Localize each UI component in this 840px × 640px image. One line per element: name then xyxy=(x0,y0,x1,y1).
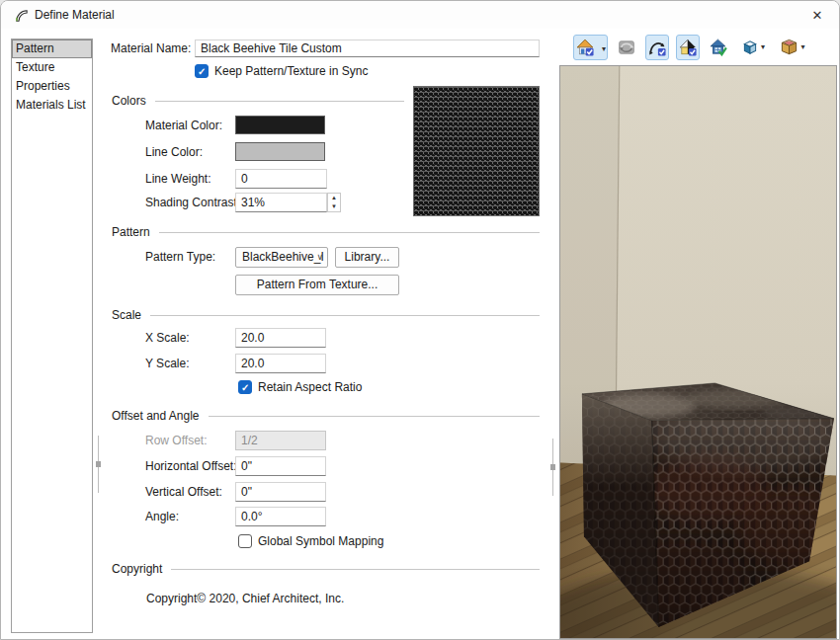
colors-group-header: Colors xyxy=(112,94,404,108)
chevron-down-icon: ∨ xyxy=(316,248,323,267)
line-color-swatch[interactable] xyxy=(235,142,325,161)
retain-aspect-label: Retain Aspect Ratio xyxy=(258,377,362,397)
vertical-offset-label: Vertical Offset: xyxy=(145,482,222,502)
chevron-down-icon[interactable]: ▾ xyxy=(602,44,606,53)
open-box-icon xyxy=(780,38,798,56)
keep-sync-checkbox[interactable] xyxy=(195,64,209,78)
preview-3d-viewport[interactable] xyxy=(559,65,837,639)
chevron-down-icon[interactable]: ▾ xyxy=(761,42,765,51)
library-button[interactable]: Library... xyxy=(335,247,399,268)
sidebar-item-texture[interactable]: Texture xyxy=(12,58,92,77)
global-symbol-mapping-label: Global Symbol Mapping xyxy=(258,531,383,551)
close-icon[interactable]: ✕ xyxy=(803,5,831,27)
left-splitter-handle[interactable] xyxy=(96,436,101,493)
x-scale-input[interactable] xyxy=(235,328,326,348)
category-list: PatternTexturePropertiesMaterials List xyxy=(11,39,93,633)
y-scale-label: Y Scale: xyxy=(145,354,189,373)
pattern-from-texture-button[interactable]: Pattern From Texture... xyxy=(235,275,399,295)
pattern-preview-swatch xyxy=(413,86,540,216)
stepper-up-icon[interactable]: ▲ xyxy=(328,194,340,202)
shading-contrast-label: Shading Contrast: xyxy=(145,193,240,212)
title-bar[interactable]: Define Material ✕ xyxy=(1,1,839,29)
right-splitter-handle[interactable] xyxy=(550,439,555,496)
line-weight-input[interactable] xyxy=(235,169,327,189)
line-weight-label: Line Weight: xyxy=(145,169,211,189)
keep-sync-label: Keep Pattern/Texture in Sync xyxy=(214,61,368,81)
open-box-views-button[interactable]: ▾ xyxy=(776,35,809,60)
preview-3d-scene xyxy=(560,66,836,638)
app-logo-icon xyxy=(13,7,30,24)
define-material-dialog: Define Material ✕ PatternTextureProperti… xyxy=(0,0,840,640)
sidebar-item-pattern[interactable]: Pattern xyxy=(12,40,92,58)
house-check-icon xyxy=(576,39,594,56)
row-offset-input xyxy=(235,431,326,450)
row-offset-label: Row Offset: xyxy=(145,431,207,450)
color-toggle-button[interactable] xyxy=(676,35,700,60)
window-title: Define Material xyxy=(35,8,115,22)
shading-contrast-stepper[interactable]: ▲ ▼ xyxy=(327,193,341,212)
mouse-orbit-button[interactable] xyxy=(645,35,669,60)
copyright-group-header: Copyright xyxy=(112,562,540,576)
material-color-label: Material Color: xyxy=(145,116,222,135)
angle-input[interactable] xyxy=(235,507,326,526)
preview-toolbar: ▾ xyxy=(573,34,809,60)
sidebar-item-materials-list[interactable]: Materials List xyxy=(12,96,92,115)
retain-aspect-checkbox[interactable] xyxy=(238,380,252,394)
orbit-path-icon xyxy=(648,39,666,56)
x-scale-label: X Scale: xyxy=(145,328,190,348)
material-name-input[interactable] xyxy=(195,40,540,57)
sidebar-item-properties[interactable]: Properties xyxy=(12,77,92,96)
offset-angle-group-header: Offset and Angle xyxy=(112,409,540,423)
global-symbol-mapping-checkbox[interactable] xyxy=(238,534,252,548)
pattern-group-header: Pattern xyxy=(112,225,540,239)
spin-model-button xyxy=(615,35,638,60)
angle-label: Angle: xyxy=(145,507,179,526)
scale-group-header: Scale xyxy=(112,308,540,322)
standard-views-button[interactable]: ▾ xyxy=(737,35,769,60)
stepper-down-icon[interactable]: ▼ xyxy=(328,202,340,211)
chevron-down-icon[interactable]: ▾ xyxy=(800,42,804,51)
copyright-text: Copyright© 2020, Chief Architect, Inc. xyxy=(146,589,344,608)
camera-view-options-button[interactable]: ▾ xyxy=(573,35,608,60)
house-green-check-icon xyxy=(710,39,727,56)
shading-contrast-input[interactable] xyxy=(235,193,327,212)
horizontal-offset-input[interactable] xyxy=(235,456,326,476)
line-color-label: Line Color: xyxy=(145,142,203,162)
cube-icon xyxy=(741,39,759,56)
pattern-type-label: Pattern Type: xyxy=(145,247,215,267)
apply-to-plan-button[interactable] xyxy=(707,35,730,60)
pattern-type-dropdown[interactable]: BlackBeehive_I ∨ xyxy=(235,247,328,268)
material-name-label: Material Name: xyxy=(111,39,191,58)
y-scale-input[interactable] xyxy=(235,354,326,373)
spin-arrows-icon xyxy=(618,39,635,56)
material-color-swatch[interactable] xyxy=(235,116,325,134)
half-shaded-house-icon xyxy=(679,39,697,56)
horizontal-offset-label: Horizontal Offset: xyxy=(145,456,236,476)
vertical-offset-input[interactable] xyxy=(235,482,326,502)
